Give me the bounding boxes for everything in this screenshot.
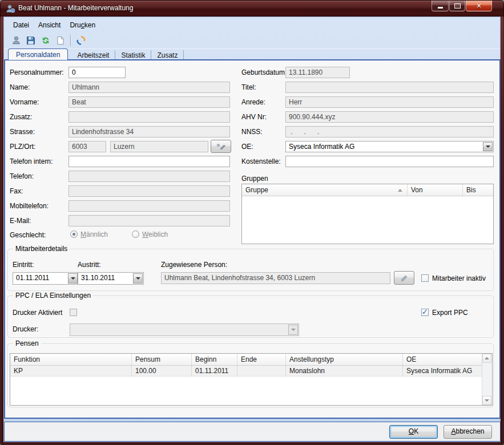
app-user-icon xyxy=(5,3,15,14)
ok-rest: K xyxy=(414,427,418,435)
geburtsdatum-label: Geburtsdatum: xyxy=(241,68,287,76)
pensen-group: Pensen Funktion Pensum Beginn Ende Anste… xyxy=(7,343,494,407)
menu-ansicht-label: Ansicht xyxy=(38,21,61,29)
close-button[interactable] xyxy=(466,1,492,11)
titel-label: Titel: xyxy=(241,83,256,91)
gruppen-col-gruppe[interactable]: Gruppe xyxy=(242,184,408,196)
weiblich-rest: eiblich xyxy=(148,230,168,238)
mobiltelefon-input xyxy=(68,200,230,212)
close-icon xyxy=(476,1,481,11)
vorname-input: Beat xyxy=(68,96,230,108)
kostenstelle-input[interactable] xyxy=(285,156,494,167)
name-input: Uhlmann xyxy=(68,82,230,93)
pensen-col-funktion[interactable]: Funktion xyxy=(10,354,132,365)
tab-personaldaten[interactable]: Personaldaten xyxy=(8,48,68,60)
chevron-down-icon xyxy=(486,145,490,148)
refresh-toolbar-button[interactable] xyxy=(38,34,53,47)
eintritt-dropdown-button[interactable] xyxy=(68,273,78,284)
minimize-button[interactable] xyxy=(432,1,449,11)
drucker-aktiviert-checkbox xyxy=(70,309,77,316)
export-ppc-checkbox[interactable] xyxy=(421,309,429,316)
personalnummer-input[interactable]: 0 xyxy=(68,67,126,78)
ahv-nr-label: AHV Nr: xyxy=(241,113,267,121)
tab-zusatz[interactable]: Zusatz xyxy=(151,50,184,60)
title-bar[interactable]: Beat Uhlmann - Mitarbeiterverwaltung xyxy=(1,1,503,17)
ppc-ela-group: PPC / ELA Einstellungen Drucker Aktivier… xyxy=(7,296,494,338)
menu-drucken[interactable]: Drucken xyxy=(65,19,100,31)
pensen-col-pensum[interactable]: Pensum xyxy=(132,354,192,365)
drucker-label: Drucker: xyxy=(13,325,38,333)
pensen-col-anstellungstyp[interactable]: Anstellungstyp xyxy=(286,354,403,365)
ort-input: Luzern xyxy=(110,141,208,152)
tab-statistik[interactable]: Statistik xyxy=(115,50,151,60)
pensen-cell-beginn: 01.11.2011 xyxy=(192,366,237,376)
pensen-cell-anstellungstyp: Monatslohn xyxy=(286,366,403,376)
sort-ascending-icon xyxy=(398,189,402,192)
gruppen-table-header: Gruppe Von Bis xyxy=(242,184,493,196)
oe-combobox[interactable]: Syseca Informatik AG xyxy=(285,141,494,152)
minimize-icon xyxy=(438,7,443,9)
mitarbeiter-inaktiv-checkbox[interactable] xyxy=(421,274,429,282)
refresh-icon xyxy=(41,36,50,45)
new-document-toolbar-button[interactable] xyxy=(53,34,68,47)
anrede-input: Herr xyxy=(285,96,494,108)
titel-input xyxy=(285,82,494,93)
ahv-nr-input: 900.90.444.xyz xyxy=(285,111,494,123)
austritt-dropdown-button[interactable] xyxy=(133,273,143,284)
plz-lookup-button[interactable] xyxy=(211,140,231,153)
star-pencil-icon xyxy=(216,143,226,151)
pensen-table-scrollbar[interactable] xyxy=(482,354,492,405)
pensen-col-beginn[interactable]: Beginn xyxy=(192,354,237,365)
pensen-col-ende[interactable]: Ende xyxy=(237,354,286,365)
telefon-intern-label: Telefon intern: xyxy=(10,157,53,165)
personaldaten-page: Personalnummer: 0 Name: Uhlmann Vorname:… xyxy=(4,59,501,419)
austritt-datepicker[interactable]: 31.10.2011 xyxy=(78,272,144,285)
pensen-table-row[interactable]: KP 100.00 01.11.2011 Monatslohn Syseca I… xyxy=(10,366,492,377)
gruppen-col-bis[interactable]: Bis xyxy=(463,184,493,196)
gruppen-col-von[interactable]: Von xyxy=(408,184,463,196)
oe-dropdown-button[interactable] xyxy=(483,142,493,151)
telefon-label: Telefon: xyxy=(10,172,34,180)
telefon-intern-input[interactable] xyxy=(68,156,230,167)
tab-arbeitszeit[interactable]: Arbeitszeit xyxy=(71,50,115,60)
menu-ansicht[interactable]: Ansicht xyxy=(34,19,65,31)
pensen-cell-pensum: 100.00 xyxy=(132,366,192,376)
austritt-value: 31.10.2011 xyxy=(81,274,115,282)
scroll-up-button[interactable] xyxy=(482,354,491,363)
pensen-table[interactable]: Funktion Pensum Beginn Ende Anstellungst… xyxy=(10,353,493,406)
eintritt-datepicker[interactable]: 01.11.2011 xyxy=(13,272,79,285)
zusatz-input xyxy=(68,111,230,123)
gruppen-table[interactable]: Gruppe Von Bis xyxy=(241,184,494,244)
sync-icon xyxy=(76,35,86,46)
chevron-down-icon xyxy=(136,277,140,280)
oe-label: OE: xyxy=(241,143,253,151)
eintritt-label: Eintritt: xyxy=(13,261,34,269)
mobiltelefon-label: Mobiltelefon: xyxy=(10,202,49,210)
ok-button[interactable]: OK xyxy=(389,425,438,439)
weiblich-radio-label: Weiblich xyxy=(142,230,168,238)
weiblich-radio xyxy=(132,230,139,238)
sync-toolbar-button[interactable] xyxy=(74,34,88,47)
new-document-icon xyxy=(56,36,65,45)
name-label: Name: xyxy=(10,83,30,91)
maennlich-radio xyxy=(70,230,78,238)
plz-input: 6003 xyxy=(68,141,106,152)
oe-value: Syseca Informatik AG xyxy=(289,143,354,151)
save-toolbar-button[interactable] xyxy=(23,34,38,47)
restore-button[interactable] xyxy=(449,1,465,11)
kostenstelle-label: Kostenstelle: xyxy=(241,157,281,165)
pensen-table-header: Funktion Pensum Beginn Ende Anstellungst… xyxy=(10,354,492,366)
restore-icon xyxy=(454,3,461,9)
maennlich-mnemonic: M xyxy=(80,230,86,238)
pensen-title: Pensen xyxy=(13,339,41,347)
scroll-down-button[interactable] xyxy=(482,396,491,405)
user-toolbar-button[interactable] xyxy=(9,34,23,47)
menu-datei[interactable]: Datei xyxy=(9,19,34,31)
edit-person-button[interactable] xyxy=(394,271,414,285)
pensen-col-oe[interactable]: OE xyxy=(403,354,482,365)
save-icon xyxy=(26,36,35,45)
drucker-dropdown-button xyxy=(288,325,298,335)
pensen-cell-ende xyxy=(237,366,286,376)
pencil-icon xyxy=(400,274,409,281)
abbrechen-button[interactable]: Abbrechen xyxy=(443,425,492,439)
